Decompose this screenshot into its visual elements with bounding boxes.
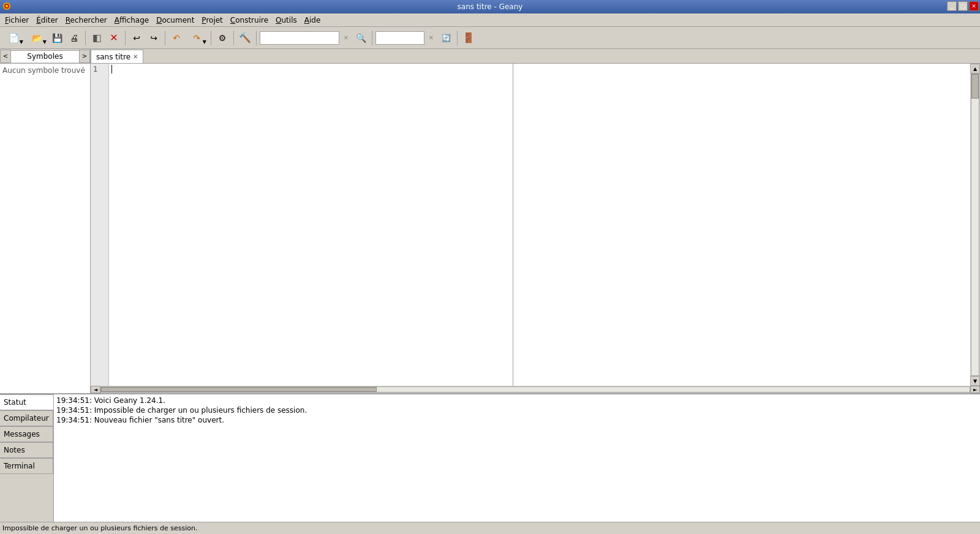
search-wrapper-2: ✕ 🔄: [375, 30, 454, 46]
sidebar-header: < Symboles >: [0, 49, 90, 64]
toolbar-separator-7: [372, 31, 372, 45]
sidebar-tab-label[interactable]: Symboles: [11, 50, 79, 62]
scroll-right-button[interactable]: ►: [970, 386, 980, 393]
tab-compilateur[interactable]: Compilateur: [0, 410, 53, 426]
print-icon: 🖨: [70, 33, 78, 43]
close-file-icon: ◧: [92, 32, 101, 43]
vertical-scroll-thumb[interactable]: [971, 74, 979, 99]
editor-right-pane[interactable]: [513, 64, 970, 386]
vertical-scrollbar: ▲ ▼: [970, 64, 980, 386]
tab-close-button[interactable]: ✕: [133, 53, 138, 60]
scroll-down-button[interactable]: ▼: [970, 376, 980, 386]
toolbar: 📄 ▼ 📂 ▼ 💾 🖨 ◧ ✕ ↩ ↪ ↶ ↷ ▼ ⚙: [0, 27, 980, 49]
status-message: Impossible de charger un ou plusieurs fi…: [2, 524, 198, 532]
menu-fichier[interactable]: Fichier: [1, 15, 32, 26]
editor-body: 1 ▲ ▼: [91, 64, 980, 386]
scroll-up-button[interactable]: ▲: [970, 64, 980, 73]
undo-button[interactable]: ↩: [129, 30, 145, 46]
save-button[interactable]: 💾: [49, 30, 65, 46]
gear-icon: ⚙: [219, 33, 227, 43]
search-button-2[interactable]: 🔄: [438, 30, 454, 46]
horizontal-scroll-thumb[interactable]: [101, 387, 377, 392]
horizontal-scrollbar: ◄ ►: [91, 386, 980, 393]
line-number-1: 1: [93, 65, 106, 73]
menu-construire[interactable]: Construire: [227, 15, 272, 26]
svg-point-2: [6, 5, 8, 7]
delete-file-button[interactable]: ✕: [106, 30, 122, 46]
toolbar-separator-3: [165, 31, 165, 45]
maximize-button[interactable]: □: [958, 1, 968, 11]
nav-arrow-icon: ▼: [203, 39, 206, 45]
search-input-2[interactable]: [375, 31, 424, 45]
bottom-content: 19:34:51: Voici Geany 1.24.1. 19:34:51: …: [54, 394, 980, 522]
open-button[interactable]: 📂 ▼: [26, 30, 48, 46]
editor-tab-sans-titre[interactable]: sans titre ✕: [91, 50, 143, 63]
editor-container: 1 ▲ ▼: [91, 64, 980, 393]
search-input-1[interactable]: [260, 31, 339, 45]
vertical-scroll-track[interactable]: [971, 73, 979, 376]
bottom-panel: Statut Compilateur Messages Notes Termin…: [0, 393, 980, 522]
geany-icon: [2, 2, 11, 12]
toolbar-separator-4: [211, 31, 211, 45]
search-clear-button-1[interactable]: ✕: [340, 30, 352, 46]
nav-forward-icon: ↷: [193, 33, 200, 43]
exit-icon: 🚪: [462, 32, 475, 43]
delete-icon: ✕: [110, 32, 118, 43]
minimize-button[interactable]: _: [947, 1, 957, 11]
tab-messages[interactable]: Messages: [0, 426, 53, 442]
nav-back-icon: ↶: [173, 33, 180, 43]
code-editor[interactable]: [109, 64, 513, 386]
new-file-icon: 📄: [9, 33, 19, 43]
window-controls: _ □ ✕: [947, 1, 979, 11]
no-symbols-message: Aucun symbole trouvé: [2, 66, 85, 75]
tab-statut[interactable]: Statut: [0, 394, 53, 410]
line-numbers: 1: [91, 64, 109, 386]
undo-icon: ↩: [133, 33, 140, 43]
log-line-1: 19:34:51: Voici Geany 1.24.1.: [56, 396, 978, 405]
editor-area: sans titre ✕ 1: [91, 49, 980, 393]
log-line-2: 19:34:51: Impossible de charger un ou pl…: [56, 405, 978, 415]
menu-outils[interactable]: Outils: [272, 15, 301, 26]
text-cursor: [111, 65, 112, 73]
clear-icon-2: ✕: [429, 34, 434, 41]
preferences-button[interactable]: ⚙: [214, 30, 230, 46]
search-clear-button-2[interactable]: ✕: [425, 30, 437, 46]
toolbar-separator-6: [256, 31, 257, 45]
tab-terminal[interactable]: Terminal: [0, 458, 53, 474]
exit-button[interactable]: 🚪: [461, 30, 477, 46]
tab-label: sans titre: [96, 53, 130, 61]
search-button[interactable]: 🔍: [353, 30, 369, 46]
tab-notes[interactable]: Notes: [0, 442, 53, 458]
clear-icon-1: ✕: [344, 34, 349, 41]
menu-affichage[interactable]: Affichage: [111, 15, 153, 26]
open-arrow-icon: ▼: [43, 39, 47, 45]
print-button[interactable]: 🖨: [66, 30, 82, 46]
toolbar-separator-1: [85, 31, 86, 45]
horizontal-scroll-track[interactable]: [100, 386, 970, 393]
build-icon: 🔨: [239, 32, 251, 43]
scroll-left-button[interactable]: ◄: [91, 386, 100, 393]
redo-button[interactable]: ↪: [146, 30, 162, 46]
log-line-3: 19:34:51: Nouveau fichier "sans titre" o…: [56, 415, 978, 425]
search-wrapper-1: ✕ 🔍: [260, 30, 369, 46]
menu-document[interactable]: Document: [153, 15, 198, 26]
nav-forward-button[interactable]: ↷ ▼: [186, 30, 208, 46]
menu-editer[interactable]: Éditer: [32, 15, 62, 26]
sidebar-prev-button[interactable]: <: [0, 50, 11, 63]
bottom-tabs: Statut Compilateur Messages Notes Termin…: [0, 394, 54, 522]
menu-projet[interactable]: Projet: [198, 15, 226, 26]
menu-rechercher[interactable]: Rechercher: [62, 15, 111, 26]
sidebar-next-button[interactable]: >: [79, 50, 90, 63]
toolbar-separator-5: [233, 31, 234, 45]
redo-icon: ↪: [150, 33, 157, 43]
nav-back-button[interactable]: ↶: [168, 30, 184, 46]
close-button[interactable]: ✕: [969, 1, 979, 11]
menu-aide[interactable]: Aide: [301, 15, 325, 26]
toolbar-separator-2: [125, 31, 126, 45]
new-button[interactable]: 📄 ▼: [2, 30, 24, 46]
close-file-button[interactable]: ◧: [89, 30, 105, 46]
build-button[interactable]: 🔨: [237, 30, 253, 46]
menu-bar: Fichier Éditer Rechercher Affichage Docu…: [0, 13, 980, 27]
tabs-bar: sans titre ✕: [91, 49, 980, 64]
new-arrow-icon: ▼: [20, 39, 23, 45]
